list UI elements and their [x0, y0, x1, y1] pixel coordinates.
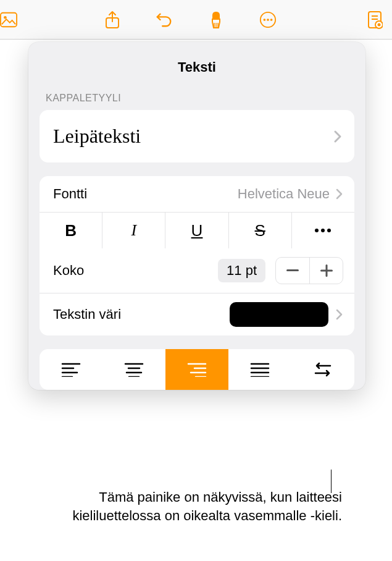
- svg-point-16: [321, 229, 325, 232]
- paragraph-style-card[interactable]: Leipäteksti: [40, 110, 354, 162]
- svg-point-17: [327, 229, 331, 232]
- undo-icon[interactable]: [156, 11, 173, 28]
- text-format-popover: Teksti KAPPALETYYLI Leipäteksti Fontti H…: [28, 42, 365, 390]
- size-label: Koko: [53, 263, 218, 279]
- svg-point-7: [263, 19, 265, 21]
- italic-button[interactable]: I: [102, 213, 165, 248]
- font-value: Helvetica Neue: [238, 186, 330, 202]
- strikethrough-button[interactable]: S: [228, 213, 291, 248]
- media-icon[interactable]: [0, 11, 17, 28]
- alignment-card: [40, 349, 354, 390]
- callout-text: Tämä painike on näkyvissä, kun laitteesi…: [58, 488, 342, 525]
- underline-button[interactable]: U: [165, 213, 228, 248]
- format-style-row: B I U S: [40, 212, 354, 248]
- svg-point-14: [378, 23, 381, 26]
- font-label: Fontti: [53, 186, 238, 202]
- font-card: Fontti Helvetica Neue B I U S Koko 11 pt: [40, 176, 354, 335]
- size-value[interactable]: 11 pt: [218, 259, 265, 282]
- format-brush-icon[interactable]: [207, 11, 225, 28]
- decrease-size-button[interactable]: [276, 258, 309, 284]
- popover-title: Teksti: [28, 42, 365, 93]
- paragraph-style-label: KAPPALETYYLI: [28, 93, 365, 110]
- more-circle-icon[interactable]: [259, 11, 277, 28]
- align-center-button[interactable]: [102, 349, 165, 390]
- align-justify-button[interactable]: [228, 349, 291, 390]
- svg-point-1: [4, 15, 7, 19]
- text-color-label: Tekstin väri: [53, 306, 230, 323]
- svg-rect-0: [1, 12, 17, 26]
- chevron-right-icon: [336, 188, 343, 200]
- svg-point-9: [270, 19, 272, 21]
- svg-rect-20: [325, 264, 327, 277]
- color-swatch[interactable]: [230, 302, 328, 327]
- align-right-button[interactable]: [165, 349, 228, 390]
- bold-button[interactable]: B: [40, 213, 102, 248]
- document-icon[interactable]: [366, 11, 383, 28]
- svg-rect-18: [286, 269, 299, 271]
- more-format-button[interactable]: [291, 213, 354, 248]
- paragraph-style-name: Leipäteksti: [53, 125, 141, 148]
- text-color-row[interactable]: Tekstin väri: [40, 293, 354, 335]
- align-left-button[interactable]: [40, 349, 102, 390]
- increase-size-button[interactable]: [309, 258, 343, 284]
- rtl-direction-button[interactable]: [291, 349, 354, 390]
- top-toolbar: [0, 0, 392, 40]
- chevron-right-icon: [336, 309, 343, 320]
- size-row: Koko 11 pt: [40, 248, 354, 293]
- share-icon[interactable]: [104, 11, 121, 28]
- size-stepper: [275, 257, 343, 284]
- chevron-right-icon: [333, 130, 342, 143]
- font-row[interactable]: Fontti Helvetica Neue: [40, 176, 354, 212]
- svg-point-15: [315, 229, 319, 232]
- svg-point-8: [267, 19, 269, 21]
